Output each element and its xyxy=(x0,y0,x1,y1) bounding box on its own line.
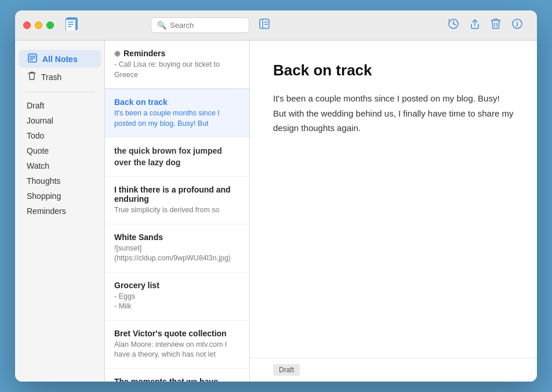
close-button[interactable] xyxy=(23,21,31,29)
history-icon[interactable] xyxy=(448,18,459,32)
sidebar-main-section: All Notes Trash xyxy=(15,50,104,86)
note-item-reminders[interactable]: ◉ Reminders - Call Lisa re: buying our t… xyxy=(105,41,249,89)
search-input[interactable] xyxy=(170,21,243,30)
note-item-quick-brown-fox[interactable]: the quick brown fox jumped over the lazy… xyxy=(105,137,249,177)
tag-badge[interactable]: Draft xyxy=(273,364,300,376)
note-title-profound: I think there is a profound and enduring xyxy=(114,185,240,204)
title-bar: 🔍 xyxy=(15,10,537,41)
info-icon[interactable] xyxy=(511,18,523,32)
note-title-bret-victor: Bret Victor's quote collection xyxy=(114,329,240,338)
app-window: 🔍 xyxy=(15,10,537,382)
sidebar-tag-journal[interactable]: Journal xyxy=(15,113,104,128)
note-preview-grocery-list: - Eggs - Milk xyxy=(114,292,240,312)
note-item-white-sands[interactable]: White Sands ![sunset](https://cldup.com/… xyxy=(105,224,249,273)
note-item-grocery-list[interactable]: Grocery list - Eggs - Milk xyxy=(105,273,249,321)
note-preview-back-on-track: It's been a couple months since I posted… xyxy=(114,108,240,129)
notes-list: ◉ Reminders - Call Lisa re: buying our t… xyxy=(105,41,250,382)
note-content-text: It's been a couple months since I posted… xyxy=(273,91,514,136)
sidebar-tag-watch[interactable]: Watch xyxy=(15,158,104,173)
main-layout: All Notes Trash Draft Journal Todo Quote xyxy=(15,41,537,382)
note-title-moments: The moments that we have xyxy=(114,377,240,382)
sidebar: All Notes Trash Draft Journal Todo Quote xyxy=(15,41,105,382)
trash-sidebar-icon xyxy=(28,71,36,82)
note-preview-reminders: - Call Lisa re: buying our ticket to Gre… xyxy=(114,60,240,80)
note-title-reminders: ◉ Reminders xyxy=(114,49,240,58)
sidebar-tag-draft[interactable]: Draft xyxy=(15,98,104,113)
sidebar-item-all-notes[interactable]: All Notes xyxy=(19,50,101,68)
search-icon: 🔍 xyxy=(157,21,166,30)
title-bar-left xyxy=(61,17,151,34)
trash-icon[interactable] xyxy=(491,18,501,32)
note-preview-white-sands: ![sunset](https://cldup.com/9wpWU84l3n.j… xyxy=(114,244,240,264)
share-icon[interactable] xyxy=(470,18,480,32)
traffic-lights xyxy=(23,21,54,29)
title-bar-right xyxy=(448,18,529,32)
all-notes-icon xyxy=(28,53,37,64)
maximize-button[interactable] xyxy=(46,21,54,29)
app-icon xyxy=(66,17,79,34)
sidebar-tag-thoughts[interactable]: Thoughts xyxy=(15,173,104,188)
note-preview-bret-victor: Alan Moore: interview on mtv.com I have … xyxy=(114,340,240,360)
note-item-profound[interactable]: I think there is a profound and enduring… xyxy=(105,177,249,224)
note-item-moments[interactable]: The moments that we have xyxy=(105,369,249,382)
compose-button[interactable] xyxy=(256,17,273,34)
all-notes-label: All Notes xyxy=(42,55,78,64)
sidebar-divider xyxy=(24,92,95,92)
content-footer: Draft xyxy=(250,358,537,382)
content-body: Back on track It's been a couple months … xyxy=(250,41,537,358)
sidebar-tag-shopping[interactable]: Shopping xyxy=(15,188,104,204)
note-item-back-on-track[interactable]: Back on track It's been a couple months … xyxy=(105,89,249,137)
note-item-bret-victor[interactable]: Bret Victor's quote collection Alan Moor… xyxy=(105,321,249,369)
note-title-grocery-list: Grocery list xyxy=(114,281,240,290)
note-title-white-sands: White Sands xyxy=(114,233,240,242)
note-title-back-on-track: Back on track xyxy=(114,97,240,107)
svg-point-14 xyxy=(517,21,518,23)
note-preview-profound: True simplicity is derived from so xyxy=(114,205,240,216)
title-bar-middle: 🔍 xyxy=(151,17,448,34)
sidebar-tag-todo[interactable]: Todo xyxy=(15,128,104,143)
sidebar-tag-quote[interactable]: Quote xyxy=(15,143,104,158)
trash-label: Trash xyxy=(41,72,61,82)
sidebar-tag-reminders[interactable]: Reminders xyxy=(15,204,104,219)
note-preview-quick-brown-fox: the quick brown fox jumped over the lazy… xyxy=(114,146,240,168)
search-box[interactable]: 🔍 xyxy=(151,17,249,33)
svg-rect-5 xyxy=(260,19,269,28)
sidebar-item-trash[interactable]: Trash xyxy=(19,68,101,86)
minimize-button[interactable] xyxy=(35,21,42,29)
note-heading: Back on track xyxy=(273,61,514,79)
content-area: Back on track It's been a couple months … xyxy=(250,41,537,382)
pin-icon: ◉ xyxy=(114,49,120,57)
sidebar-tags-section: Draft Journal Todo Quote Watch Thoughts … xyxy=(15,98,104,219)
